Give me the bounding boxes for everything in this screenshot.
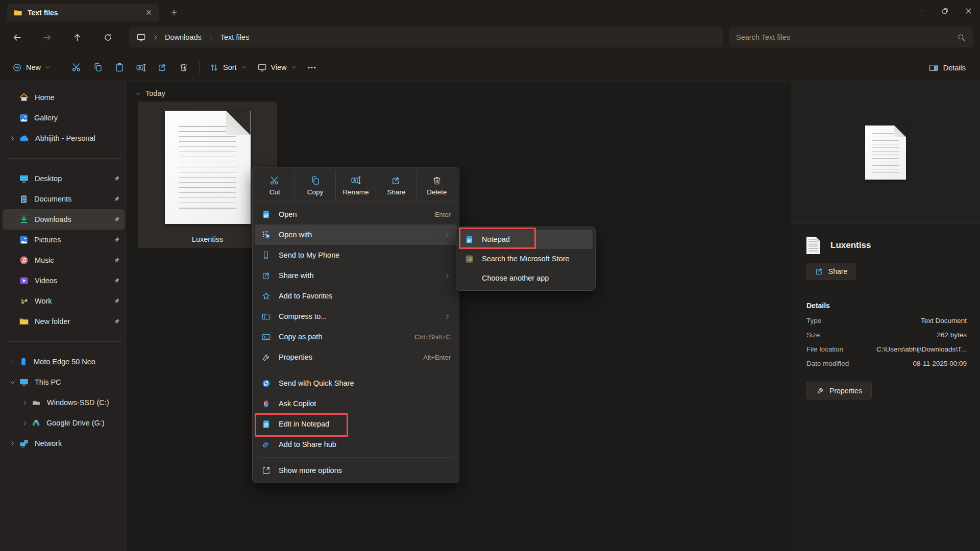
menu-item-add-to-favorites[interactable]: Add to Favorites [255,286,457,306]
sidebar-item-this-pc[interactable]: This PC [3,372,125,392]
chevron-right-icon[interactable] [21,399,28,406]
sidebar-item-network[interactable]: Network [3,433,125,454]
paste-icon [114,62,125,72]
submenu-item-choose-another-app[interactable]: Choose another app [459,268,593,288]
close-button[interactable] [957,0,980,21]
sidebar-item-home[interactable]: Home [3,87,125,108]
detail-row-size: Size 262 bytes [806,328,967,342]
details-toggle-button[interactable]: Details [922,58,972,78]
explorer-tab[interactable]: Text files [7,4,159,21]
folder-icon [19,316,29,327]
chevron-right-icon[interactable] [9,359,16,365]
sidebar-item-pictures[interactable]: Pictures [3,230,125,250]
pin-icon [113,257,120,264]
drive-icon [31,397,41,408]
search-box[interactable] [729,27,973,47]
menu-item-open[interactable]: Open Enter [255,204,457,224]
sort-button[interactable]: Sort [204,58,252,77]
sidebar-item-desktop[interactable]: Desktop [3,168,125,189]
this-pc-icon[interactable] [136,33,146,42]
copy-menu-button[interactable]: Copy [295,169,335,202]
refresh-button[interactable] [98,28,117,47]
sidebar-item-music[interactable]: Music [3,250,125,270]
more-options-button[interactable]: ••• [302,58,323,77]
chevron-down-icon [45,64,51,70]
maximize-button[interactable] [933,0,957,21]
paste-button[interactable] [109,58,130,77]
delete-button[interactable] [173,58,194,77]
forward-button[interactable] [37,28,57,47]
work-icon [19,296,29,306]
properties-button[interactable]: Properties [806,382,872,399]
sidebar-item-documents[interactable]: Documents [3,189,125,209]
tab-close-icon[interactable] [142,6,155,19]
details-panel-icon [928,63,939,73]
wrench-icon [816,386,825,395]
chevron-right-icon[interactable] [9,440,16,447]
group-label: Today [145,89,165,97]
copy-button[interactable] [87,58,109,77]
menu-item-compress-to[interactable]: Compress to... [255,306,457,327]
details-file-name: Luxentiss [830,240,871,251]
search-icon[interactable] [957,33,966,42]
submenu-item-search-microsoft-store[interactable]: Search the Microsoft Store [459,249,593,268]
menu-item-properties[interactable]: Properties Alt+Enter [255,347,457,367]
menu-item-add-to-share-hub[interactable]: Add to Share hub [255,434,457,455]
share-button-toolbar[interactable] [152,58,173,77]
view-button[interactable]: View [252,58,302,77]
menu-item-edit-in-notepad[interactable]: Edit in Notepad [255,414,457,434]
share-menu-button[interactable]: Share [376,169,416,202]
new-button[interactable]: New [7,58,56,77]
minimize-button[interactable] [910,0,933,21]
group-header-today[interactable]: Today [135,89,165,97]
back-button[interactable] [7,28,27,47]
sidebar-item-windows-ssd[interactable]: Windows-SSD (C:) [3,392,125,413]
sidebar-item-onedrive[interactable]: Abhijith - Personal [3,128,125,148]
search-input[interactable] [736,33,957,41]
delete-menu-button[interactable]: Delete [416,169,457,202]
sidebar-item-google-drive[interactable]: Google Drive (G:) [3,413,125,433]
submenu-item-notepad[interactable]: Notepad [459,230,593,249]
copy-as-path-icon [261,332,271,342]
cut-button[interactable] [66,58,87,77]
chevron-right-icon[interactable] [9,135,16,142]
new-plus-icon [12,63,22,72]
menu-item-copy-as-path[interactable]: Copy as path Ctrl+Shift+C [255,327,457,347]
share-icon [157,62,167,72]
menu-item-send-with-quick-share[interactable]: Send with Quick Share [255,373,457,393]
videos-icon [19,276,29,286]
chevron-right-icon [152,34,159,41]
sidebar-item-downloads[interactable]: Downloads [3,209,125,230]
up-button[interactable] [67,28,87,47]
sidebar-item-gallery[interactable]: Gallery [3,108,125,128]
folder-icon [13,8,22,17]
menu-item-show-more-options[interactable]: Show more options [255,460,457,481]
copilot-icon [261,399,271,409]
chevron-down-icon[interactable] [135,90,141,97]
breadcrumb[interactable]: Downloads Text files [129,27,723,47]
chevron-down-icon[interactable] [9,379,16,386]
breadcrumb-downloads[interactable]: Downloads [165,33,202,41]
star-icon [261,291,271,301]
breadcrumb-text-files[interactable]: Text files [220,33,249,41]
rename-menu-button[interactable]: Rename [335,169,376,202]
navigation-pane: Home Gallery Abhijith - Personal Desktop… [0,82,128,551]
cut-menu-button[interactable]: Cut [255,169,295,202]
rename-button[interactable] [130,58,152,77]
chevron-down-icon [291,64,297,70]
new-tab-button[interactable] [166,5,182,19]
pictures-icon [19,235,29,245]
sidebar-item-videos[interactable]: Videos [3,270,125,291]
menu-item-share-with[interactable]: Share with [255,265,457,286]
menu-item-send-to-my-phone[interactable]: Send to My Phone [255,245,457,265]
menu-item-open-with[interactable]: Open with [255,224,457,245]
chevron-right-icon[interactable] [21,420,28,427]
pin-icon [113,195,120,203]
menu-item-ask-copilot[interactable]: Ask Copilot [255,393,457,414]
share-button[interactable]: Share [806,263,855,280]
sidebar-item-work[interactable]: Work [3,291,125,311]
file-preview [791,82,980,223]
sidebar-item-new-folder[interactable]: New folder [3,311,125,332]
sidebar-item-moto-edge[interactable]: Moto Edge 50 Neo [3,352,125,372]
microsoft-store-icon [464,254,474,264]
